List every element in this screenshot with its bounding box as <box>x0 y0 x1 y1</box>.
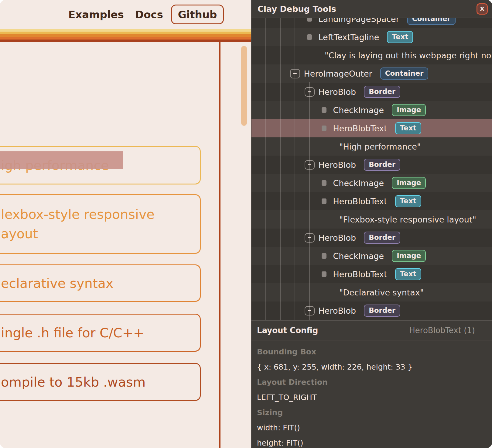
text-content-preview: "High performance" <box>339 142 421 151</box>
element-name: CheckImage <box>333 105 384 115</box>
feature-box-text: lexbox-style responsive <box>1 205 200 224</box>
tree-element-row[interactable]: HeroBlobBorder <box>251 302 492 320</box>
leaf-bullet-icon <box>307 34 312 40</box>
indent-guide-line <box>309 82 310 320</box>
close-icon[interactable]: x <box>477 3 488 15</box>
layout-config-bar: Layout Config HeroBlobText (1) <box>251 320 492 340</box>
tree-element-row[interactable]: HeroBlobTextText <box>251 119 492 137</box>
element-type-badge: Border <box>364 86 400 98</box>
tree-element-row[interactable]: CheckImageImage <box>251 101 492 119</box>
marker-slot <box>319 198 329 204</box>
element-type-badge: Image <box>392 104 426 116</box>
leaf-bullet-icon <box>322 107 326 113</box>
element-name: HeroImageOuter <box>304 69 372 78</box>
marker-slot <box>319 126 329 131</box>
text-content-preview: "Flexbox-style responsive layout" <box>339 215 476 224</box>
page-panel-divider <box>219 42 220 448</box>
element-type-badge: Text <box>395 122 421 134</box>
tree-element-row[interactable]: CheckImageImage <box>251 174 492 192</box>
config-field-value: { x: 681, y: 255, width: 226, height: 33… <box>257 359 482 374</box>
top-nav: Examples Docs Github <box>0 0 251 29</box>
debug-panel-title: Clay Debug Tools <box>258 4 336 14</box>
layout-config-fields: Bounding Box{ x: 681, y: 255, width: 226… <box>257 344 482 448</box>
layout-config-title: Layout Config <box>257 326 318 335</box>
element-tree: LandingPageSpacerContainerLeftTextTaglin… <box>251 10 492 320</box>
stripe-band <box>0 34 251 37</box>
element-name: HeroBlob <box>319 306 356 315</box>
marker-slot <box>305 34 315 40</box>
feature-box: lexbox-style responsiveayout <box>0 194 201 254</box>
element-name: HeroBlob <box>319 87 356 97</box>
indent-guide-line <box>265 18 266 320</box>
element-type-badge: Border <box>364 159 400 171</box>
tree-element-row[interactable]: HeroBlobBorder <box>251 156 492 174</box>
text-content-preview: "Clay is laying out this webpage right n… <box>325 51 492 60</box>
element-name: CheckImage <box>333 178 384 188</box>
debug-element-highlight <box>0 151 123 169</box>
stripe-band <box>0 37 251 40</box>
element-type-badge: Border <box>364 232 400 244</box>
marker-slot <box>319 253 329 259</box>
nav-link-examples[interactable]: Examples <box>68 0 124 29</box>
indent-guide-line <box>295 18 295 320</box>
element-name: HeroBlobText <box>333 124 387 133</box>
tree-text-preview-row: "Clay is laying out this webpage right n… <box>251 46 492 64</box>
config-field-label: Sizing <box>257 405 482 420</box>
leaf-bullet-icon <box>322 271 326 277</box>
debug-panel-header: Clay Debug Tools <box>251 0 492 18</box>
indent-guide-line <box>280 18 281 320</box>
feature-box: ompile to 15kb .wasm <box>0 363 201 401</box>
config-field-label: Bounding Box <box>257 344 482 359</box>
nav-link-docs[interactable]: Docs <box>135 0 163 29</box>
tree-element-row[interactable]: HeroImageOuterContainer <box>251 64 492 83</box>
element-type-badge: Image <box>392 177 426 189</box>
screen: Examples Docs Github igh performancelexb… <box>0 0 492 448</box>
feature-box-text: ayout <box>1 224 200 243</box>
gradient-stripe <box>0 29 251 42</box>
element-name: CheckImage <box>333 251 384 261</box>
tree-element-row[interactable]: LeftTextTaglineText <box>251 28 492 46</box>
element-name: HeroBlobText <box>333 270 387 279</box>
github-button[interactable]: Github <box>171 5 224 24</box>
config-field-value: height: FIT() <box>257 435 482 448</box>
element-type-badge: Text <box>387 31 413 43</box>
element-type-badge: Text <box>395 268 421 280</box>
leaf-bullet-icon <box>322 253 326 259</box>
feature-box: eclarative syntax <box>0 264 201 302</box>
stripe-band <box>0 29 251 32</box>
marker-slot <box>319 107 329 113</box>
stripe-band <box>0 32 251 34</box>
leaf-bullet-icon <box>322 198 326 204</box>
element-name: LeftTextTagline <box>319 33 379 42</box>
stripe-band <box>0 40 251 42</box>
tree-text-preview-row: "High performance" <box>251 137 492 156</box>
feature-box: ingle .h file for C/C++ <box>0 314 201 352</box>
clay-debug-panel: LandingPageSpacerContainerLeftTextTaglin… <box>251 0 492 448</box>
feature-box-text: eclarative syntax <box>1 274 200 293</box>
config-field-label: Layout Direction <box>257 374 482 390</box>
element-type-badge: Image <box>392 250 426 262</box>
tree-element-row[interactable]: HeroBlobBorder <box>251 229 492 247</box>
element-type-badge: Text <box>395 195 421 207</box>
tree-text-preview-row: "Declarative syntax" <box>251 283 492 302</box>
tree-text-preview-row: "Flexbox-style responsive layout" <box>251 210 492 229</box>
leaf-bullet-icon <box>322 126 326 131</box>
page-scrollbar[interactable] <box>241 46 247 126</box>
tree-element-row[interactable]: HeroBlobTextText <box>251 192 492 210</box>
element-name: HeroBlob <box>319 160 356 170</box>
tree-element-row[interactable]: CheckImageImage <box>251 247 492 265</box>
tree-element-row[interactable]: HeroBlobBorder <box>251 83 492 101</box>
tree-element-row[interactable]: HeroBlobTextText <box>251 265 492 283</box>
text-content-preview: "Declarative syntax" <box>339 288 424 297</box>
marker-slot <box>319 271 329 277</box>
feature-box-text: ompile to 15kb .wasm <box>1 372 200 392</box>
element-name: HeroBlob <box>319 233 356 243</box>
element-type-badge: Border <box>364 305 400 317</box>
marker-slot <box>319 180 329 186</box>
layout-config-selected-element: HeroBlobText (1) <box>409 326 475 335</box>
element-name: HeroBlobText <box>333 197 387 206</box>
feature-box-text: ingle .h file for C/C++ <box>1 323 200 343</box>
config-field-value: width: FIT() <box>257 420 482 435</box>
leaf-bullet-icon <box>322 180 326 186</box>
element-type-badge: Container <box>380 67 429 80</box>
